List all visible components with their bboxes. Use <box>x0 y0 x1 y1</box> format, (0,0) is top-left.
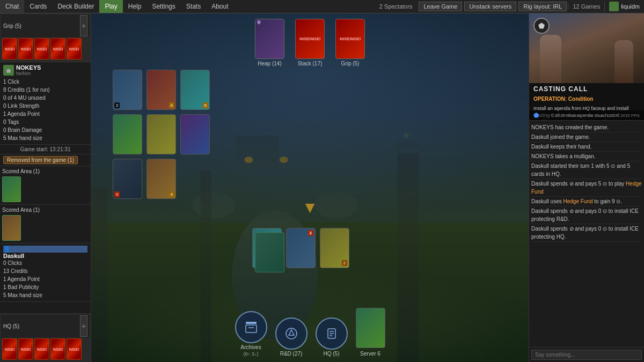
hq-center-server: HQ (5) <box>316 317 348 357</box>
server6-card-group <box>356 308 385 350</box>
server6-top-card[interactable] <box>356 308 385 348</box>
chat-input[interactable] <box>531 350 642 360</box>
server-row-1: 2 4 6 <box>113 70 210 110</box>
stat-mu: 0 of 4 MU unused <box>3 94 87 102</box>
stack-card[interactable]: NISEI <box>295 19 325 59</box>
svg-marker-17 <box>289 330 294 335</box>
server-card-6[interactable] <box>180 114 210 154</box>
rnd-label: R&D (27) <box>280 351 303 357</box>
player2-stats: 👤 Daskull 0 Clicks 13 Credits 1 Agenda P… <box>0 243 91 302</box>
svg-rect-14 <box>246 325 257 333</box>
card-art: ⬟ <box>529 13 644 83</box>
svg-point-7 <box>280 157 288 163</box>
nav-play[interactable]: Play <box>99 0 122 13</box>
nav-help[interactable]: Help <box>123 0 147 13</box>
heap-card[interactable]: 🔮 <box>255 19 284 59</box>
server-card-2[interactable]: 4 <box>147 70 176 110</box>
nav-deckbuilder[interactable]: Deck Builder <box>52 0 99 13</box>
corp-scored-card-1[interactable] <box>2 215 21 241</box>
svg-point-12 <box>404 133 409 138</box>
hq-card-3[interactable] <box>34 338 49 360</box>
svg-rect-3 <box>236 136 279 168</box>
runner-resource-1[interactable]: 2 <box>320 228 349 268</box>
nav-about[interactable]: About <box>206 0 233 13</box>
player1-avatar: 🤖 <box>3 65 14 76</box>
user-info: liquidm <box>604 2 644 11</box>
server-card-3[interactable]: 6 <box>180 70 210 110</box>
stat-tags: 0 Tags <box>3 118 87 126</box>
archives-icon[interactable] <box>235 311 267 343</box>
nav-settings[interactable]: Settings <box>147 0 180 13</box>
log-entry: Daskull joined the game. <box>531 132 642 142</box>
card-type-text: OPERATION: <box>533 96 567 102</box>
nav-cards[interactable]: Cards <box>24 0 52 13</box>
card-logo-icon: ⬟ <box>533 112 539 119</box>
top-navigation: Chat Cards Deck Builder Play Help Settin… <box>0 0 644 13</box>
removed-badge[interactable]: Removed from the game (1) <box>3 156 78 164</box>
grip-area: Grip (5) + <box>0 13 91 62</box>
nav-chat[interactable]: Chat <box>0 0 24 13</box>
hq-card-5[interactable] <box>67 338 82 360</box>
add-card-button[interactable]: + <box>80 15 87 36</box>
stat-credits: 8 Credits (1 for run) <box>3 86 87 94</box>
stat-hand-size: 5 Max hand size <box>3 134 87 142</box>
player1-stats: 🤖 NOKEYS he/him 1 Click 8 Credits (1 for… <box>0 62 91 145</box>
hq-card-1[interactable] <box>2 338 17 360</box>
grip-top-card[interactable]: NISEI <box>335 19 365 59</box>
corp-servers: 2 4 6 0 4 <box>113 70 210 199</box>
hq-card-2[interactable] <box>18 338 33 360</box>
log-entry: Daskull spends ⊘ and pays 0 ⊙ to install… <box>531 206 642 224</box>
game-time: Game start: 13:21:31 <box>0 145 91 154</box>
stack-label: Stack (17) <box>298 61 323 67</box>
card-footer: ⬟ © 2015 Wizards of the Coast LLC © 2015… <box>529 110 644 120</box>
p2-stat-clicks: 0 Clicks <box>3 259 87 267</box>
p2-stat-agenda: 1 Agenda Point <box>3 275 87 283</box>
grip-card-1[interactable] <box>2 38 17 60</box>
runner-scored-label: Scored Area (1) <box>2 167 89 175</box>
player2-avatar: 👤 <box>3 246 87 253</box>
grip-card-2[interactable] <box>18 38 33 60</box>
leave-game-button[interactable]: Leave Game <box>419 2 462 11</box>
player2-name: Daskull <box>3 253 87 259</box>
log-entry: Daskull spends ⊘ and pays 5 ⊙ to play He… <box>531 179 642 197</box>
runner-scored-cards <box>2 175 89 203</box>
player2-name-row: 👤 Daskull <box>3 246 87 259</box>
unstack-servers-button[interactable]: Unstack servers <box>464 2 516 11</box>
hq-cards <box>1 337 90 361</box>
server-card-1[interactable]: 2 <box>113 70 142 110</box>
player1-name: NOKEYS <box>16 64 41 71</box>
rnd-icon[interactable] <box>275 317 308 350</box>
runner-card-group-1 <box>252 228 282 268</box>
card-title: CASTING CALL <box>529 83 644 95</box>
left-panel: Grip (5) + 🤖 NOKEYS he/him 1 Click 8 <box>0 13 91 362</box>
corp-scored-area: Scored Area (1) <box>0 205 91 243</box>
grip-cards <box>1 37 90 61</box>
hq-center-icon[interactable] <box>316 317 348 350</box>
grip-card-5[interactable] <box>67 38 82 60</box>
card-copyright: © 2015 Wizards of the Coast LLC © 2015 F… <box>551 113 640 118</box>
hq-card-4[interactable] <box>50 338 65 360</box>
nav-stats[interactable]: Stats <box>181 0 206 13</box>
rnd-server: R&D (27) <box>275 317 308 357</box>
server-card-7[interactable]: 0 <box>113 159 142 199</box>
grip-card-4[interactable] <box>50 38 65 60</box>
stack-pile: NISEI Stack (17) <box>295 19 325 67</box>
server-card-4[interactable] <box>113 114 142 154</box>
player1-pronouns: he/him <box>16 71 41 76</box>
server-card-5[interactable] <box>147 114 176 154</box>
stat-brain: 0 Brain Damage <box>3 126 87 134</box>
grip-card-3[interactable] <box>34 38 49 60</box>
hq-add-button[interactable]: + <box>80 315 87 337</box>
action-arrow: ▼ <box>302 198 318 217</box>
server-card-8[interactable]: 4 <box>147 159 176 199</box>
runner-scored-card-1[interactable] <box>2 176 21 202</box>
archives-sublabel: (6↑ 3↓) <box>244 351 259 357</box>
runner-card-group-2: 2 <box>286 228 316 268</box>
runner-program-2[interactable]: 2 <box>286 228 316 268</box>
stat-clicks: 1 Click <box>3 78 87 86</box>
player1-name-row: 🤖 NOKEYS he/him <box>3 64 87 76</box>
grip-top-pile: NISEI Grip (5) <box>335 19 365 67</box>
rig-layout-button[interactable]: Rig layout: IRL <box>518 2 567 11</box>
runner-program-1b[interactable] <box>255 232 284 272</box>
archives-label: Archives <box>240 344 261 350</box>
